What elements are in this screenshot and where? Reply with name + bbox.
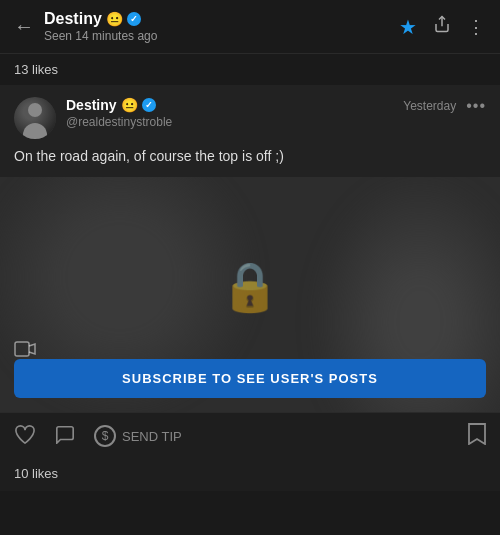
avatar	[14, 97, 56, 139]
header-info: Destiny 😐 Seen 14 minutes ago	[44, 10, 399, 43]
bookmark-button[interactable]	[468, 423, 486, 450]
header-title: Destiny 😐	[44, 10, 399, 28]
post-username-text: Destiny	[66, 97, 117, 113]
avatar-image	[14, 97, 56, 139]
post-username: Destiny 😐	[66, 97, 403, 113]
back-button[interactable]: ←	[14, 15, 34, 38]
header-emoji: 😐	[106, 11, 123, 27]
header-username: Destiny	[44, 10, 102, 28]
bottom-likes-count: 10 likes	[0, 460, 500, 491]
post-user-info: Destiny 😐 @realdestinystroble	[66, 97, 403, 129]
post-author-header: Destiny 😐 @realdestinystroble Yesterday …	[0, 85, 500, 147]
lock-overlay: 🔒	[220, 263, 280, 311]
like-icon	[14, 424, 36, 449]
subscribe-button[interactable]: SUBSCRIBE TO SEE USER'S POSTS	[14, 359, 486, 398]
post-timestamp: Yesterday	[403, 99, 456, 113]
svg-rect-1	[15, 342, 29, 356]
star-icon[interactable]: ★	[399, 15, 417, 39]
post-options-button[interactable]: •••	[466, 97, 486, 115]
verified-icon	[127, 12, 141, 26]
tip-icon: $	[94, 425, 116, 447]
post-username-emoji: 😐	[121, 97, 138, 113]
send-tip-button[interactable]: $ SEND TIP	[94, 425, 182, 447]
share-icon[interactable]	[433, 15, 451, 38]
media-area: 🔒 SUBSCRIBE TO SEE USER'S POSTS	[0, 177, 500, 412]
post-actions-bar: $ SEND TIP	[0, 412, 500, 460]
like-button[interactable]	[14, 424, 36, 449]
send-tip-label: SEND TIP	[122, 429, 182, 444]
top-likes-count: 13 likes	[0, 54, 500, 85]
post-card: Destiny 😐 @realdestinystroble Yesterday …	[0, 85, 500, 412]
comment-icon	[54, 424, 76, 449]
comment-button[interactable]	[54, 424, 76, 449]
post-meta: Yesterday •••	[403, 97, 486, 115]
post-verified-icon	[142, 98, 156, 112]
post-text: On the road again, of course the top is …	[0, 147, 500, 177]
header-subtitle: Seen 14 minutes ago	[44, 29, 399, 43]
post-header-bar: ← Destiny 😐 Seen 14 minutes ago ★ ⋮	[0, 0, 500, 54]
header-actions: ★ ⋮	[399, 15, 486, 39]
post-handle: @realdestinystroble	[66, 115, 403, 129]
more-icon[interactable]: ⋮	[467, 16, 486, 38]
lock-icon: 🔒	[220, 263, 280, 311]
